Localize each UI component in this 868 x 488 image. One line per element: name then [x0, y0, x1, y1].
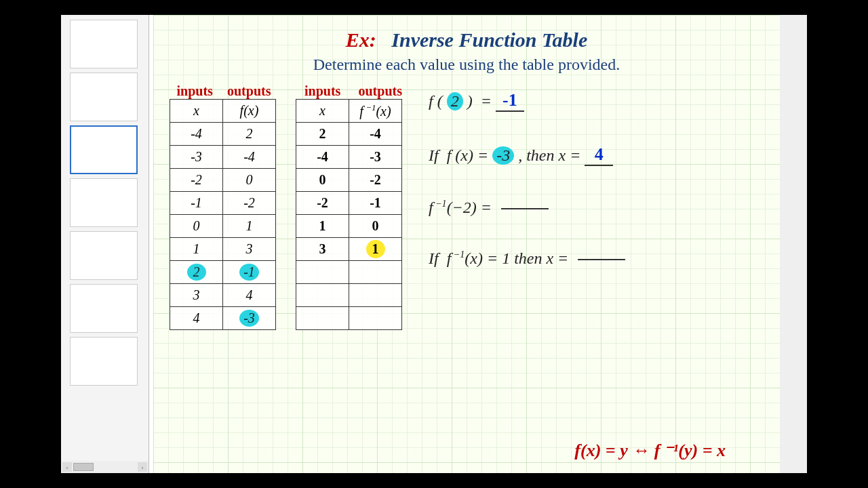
inverse-function-table: x f −1(x) 2-4-4-30-2-2-11031	[296, 99, 402, 330]
table-cell	[296, 307, 349, 330]
scroll-knob[interactable]	[73, 463, 94, 471]
table-cell	[349, 284, 402, 307]
table-cell: -3	[170, 146, 223, 169]
q2-val-highlight: -3	[492, 146, 514, 165]
function-table-block: inputs outputs x f(x) -42-3-4-20-1-20113…	[170, 83, 278, 330]
question-4: If f −1(x) = 1 then x =	[429, 249, 764, 268]
table-cell: -2	[349, 169, 402, 192]
scroll-left-icon[interactable]: ‹	[62, 462, 72, 472]
q2-answer: 4	[585, 144, 613, 166]
table-cell: -4	[223, 146, 276, 169]
slide-thumbnail-list[interactable]	[61, 15, 149, 461]
table-cell: -2	[170, 169, 223, 192]
slide-canvas: Ex: Inverse Function Table Determine eac…	[153, 15, 780, 473]
content-row: inputs outputs x f(x) -42-3-4-20-1-20113…	[170, 83, 764, 330]
questions-column: f ( 2 ) = -1 If f (x) = -3 , then x = 4 …	[429, 83, 764, 274]
presentation-window: ‹ › Ex: Inverse Function Table Determine…	[61, 15, 807, 473]
table-cell: 0	[223, 169, 276, 192]
thumbnail-horizontal-scrollbar[interactable]: ‹ ›	[61, 461, 149, 473]
label-inputs-1: inputs	[177, 83, 213, 99]
q3-blank	[501, 207, 549, 209]
table-cell: 4	[223, 284, 276, 307]
th-inv-fx: f −1(x)	[349, 100, 402, 123]
table-cell	[349, 307, 402, 330]
table-cell	[296, 284, 349, 307]
slide-title: Ex: Inverse Function Table	[170, 28, 764, 52]
slide-thumb-4[interactable]	[70, 178, 138, 227]
table-cell: 1	[296, 215, 349, 238]
table-cell: -3	[349, 146, 402, 169]
table-cell: -2	[296, 192, 349, 215]
table-cell: -3	[223, 307, 276, 330]
table-cell: -1	[170, 192, 223, 215]
question-3: f −1(−2) =	[429, 199, 764, 217]
table-cell: 3	[296, 238, 349, 261]
table-cell: -4	[170, 123, 223, 146]
table-cell: 1	[223, 215, 276, 238]
slide-thumb-6[interactable]	[70, 284, 138, 333]
table-cell: 3	[223, 238, 276, 261]
scroll-right-icon[interactable]: ›	[138, 462, 147, 472]
table-cell	[296, 261, 349, 284]
q1-answer: -1	[496, 90, 524, 112]
table-cell: 1	[349, 238, 402, 261]
title-main: Inverse Function Table	[391, 28, 587, 51]
footer-identity: f(x) = y ↔ f ⁻¹(y) = x	[574, 440, 726, 461]
table-cell: -1	[349, 192, 402, 215]
table-cell: 3	[170, 284, 223, 307]
slide-subtitle: Determine each value using the table pro…	[170, 56, 764, 74]
table-cell: -1	[223, 261, 276, 284]
slide-thumb-1[interactable]	[70, 20, 138, 68]
table-cell: 2	[296, 123, 349, 146]
table-cell	[349, 261, 402, 284]
table-cell: 4	[170, 307, 223, 330]
slide-thumbnail-panel: ‹ ›	[61, 15, 149, 473]
question-2: If f (x) = -3 , then x = 4	[429, 144, 764, 166]
table-cell: -2	[223, 192, 276, 215]
label-inputs-2: inputs	[304, 83, 340, 99]
function-table: x f(x) -42-3-4-20-1-201132-1344-3	[170, 99, 276, 330]
th-fx: f(x)	[223, 100, 276, 123]
th-x: x	[170, 100, 223, 123]
table-cell: -4	[349, 123, 402, 146]
table-cell: 0	[349, 215, 402, 238]
inverse-table-block: inputs outputs x f −1(x) 2-4-4-30-2-2-11…	[296, 83, 411, 330]
table-cell: 2	[223, 123, 276, 146]
table-cell: 0	[170, 215, 223, 238]
table-cell: -4	[296, 146, 349, 169]
label-outputs-1: outputs	[227, 83, 271, 99]
table-cell: 2	[170, 261, 223, 284]
q4-blank	[578, 258, 625, 260]
table-cell: 1	[170, 238, 223, 261]
q1-fn: f (	[429, 92, 443, 110]
title-prefix: Ex:	[346, 28, 376, 51]
question-1: f ( 2 ) = -1	[429, 90, 764, 112]
slide-canvas-wrap: Ex: Inverse Function Table Determine eac…	[149, 15, 807, 473]
q1-arg-highlight: 2	[447, 92, 463, 110]
slide-thumb-7[interactable]	[70, 337, 138, 386]
slide-thumb-2[interactable]	[70, 73, 138, 121]
th-inv-x: x	[296, 100, 349, 123]
right-margin	[780, 15, 807, 473]
table-cell: 0	[296, 169, 349, 192]
label-outputs-2: outputs	[358, 83, 401, 99]
slide-thumb-5[interactable]	[70, 231, 138, 280]
slide-thumb-3[interactable]	[70, 125, 138, 174]
